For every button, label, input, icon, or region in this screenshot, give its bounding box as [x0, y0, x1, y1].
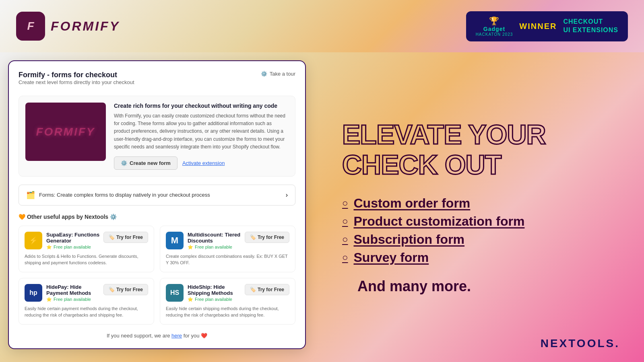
- create-new-form-button[interactable]: ⚙️ Create new form: [114, 156, 178, 170]
- hero-image: FORMIFY: [25, 103, 106, 161]
- hackaton-text: HACKATON 2023: [476, 32, 513, 37]
- app-item-top-2: M Multidiscount: Tiered Discounts ⭐Free …: [166, 232, 289, 250]
- hideship-free: ⭐Free plan available: [188, 297, 245, 302]
- hidepay-icon: hp: [25, 284, 42, 302]
- multidiscount-name: Multidiscount: Tiered Discounts: [188, 232, 245, 244]
- feature-1[interactable]: Custom order form: [342, 196, 620, 211]
- feature-2[interactable]: Product customization form: [342, 214, 620, 229]
- forms-banner-left: 🗂️ Forms: Create complex forms to displa…: [26, 191, 210, 200]
- forms-banner-text: Forms: Create complex forms to display n…: [39, 192, 210, 198]
- feature-3[interactable]: Subscription form: [342, 232, 620, 247]
- feature-4[interactable]: Survey form: [342, 250, 620, 265]
- checkout-text: CHECKOUTUI EXTENSIONS: [563, 18, 618, 35]
- take-tour-button[interactable]: ⚙️ Take a tour: [261, 71, 295, 77]
- apps-grid: ⚡ SupaEasy: Functions Generator ⭐Free pl…: [19, 226, 295, 325]
- support-text: If you need support, we are here for you…: [19, 333, 295, 339]
- supaeasy-name: SupaEasy: Functions Generator: [46, 232, 103, 244]
- app-item-top-1: ⚡ SupaEasy: Functions Generator ⭐Free pl…: [25, 232, 148, 250]
- app-item-header-3: hp HidePay: Hide Payment Methods ⭐Free p…: [25, 284, 103, 302]
- activate-extension-button[interactable]: Activate extension: [182, 160, 225, 166]
- supaeasy-try-button[interactable]: 🏷️Try for Free: [103, 232, 148, 243]
- main-content: Formify - forms for checkout Create next…: [0, 52, 644, 362]
- hero-section: FORMIFY Create rich forms for your check…: [19, 96, 295, 177]
- logo-area: F FORMIFY: [16, 12, 120, 41]
- nextools-brand: NEXTOOLS.: [541, 337, 620, 350]
- hidepay-try-button[interactable]: 🏷️Try for Free: [103, 284, 148, 295]
- forms-banner-chevron: ›: [286, 191, 288, 199]
- gadget-title: Gadget: [483, 26, 505, 32]
- title-line2: CHECK OUT: [342, 150, 620, 180]
- elevate-title: ELEVATE YOUR CHECK OUT: [342, 119, 620, 180]
- create-icon: ⚙️: [121, 160, 127, 166]
- app-item-hideship: HS HideShip: Hide Shipping Methods ⭐Free…: [160, 278, 295, 325]
- card-subtitle: Create next level forms directly into yo…: [19, 79, 134, 85]
- hero-heading: Create rich forms for your checkout with…: [114, 103, 289, 109]
- multidiscount-desc: Create complex discount combinations eas…: [166, 253, 289, 266]
- app-item-hidepay: hp HidePay: Hide Payment Methods ⭐Free p…: [19, 278, 154, 325]
- app-item-header-2: M Multidiscount: Tiered Discounts ⭐Free …: [166, 232, 245, 250]
- multidiscount-icon: M: [166, 232, 184, 249]
- supaeasy-desc: Adiós to Scripts & Hello to Functions. G…: [25, 253, 148, 266]
- formify-logo-text: FORMIFY: [51, 19, 120, 34]
- gadget-icon: 🏆: [489, 16, 499, 26]
- hideship-try-button[interactable]: 🏷️Try for Free: [245, 284, 289, 295]
- title-line1: ELEVATE YOUR: [342, 119, 620, 150]
- app-item-multidiscount: M Multidiscount: Tiered Discounts ⭐Free …: [160, 226, 295, 272]
- tour-icon: ⚙️: [261, 71, 267, 77]
- supaeasy-info: SupaEasy: Functions Generator ⭐Free plan…: [46, 232, 103, 250]
- multidiscount-free: ⭐Free plan available: [188, 245, 245, 250]
- hero-content: Create rich forms for your checkout with…: [114, 103, 289, 170]
- hidepay-name: HidePay: Hide Payment Methods: [46, 284, 103, 296]
- app-item-header-1: ⚡ SupaEasy: Functions Generator ⭐Free pl…: [25, 232, 103, 250]
- app-item-supaeasy: ⚡ SupaEasy: Functions Generator ⭐Free pl…: [19, 226, 154, 272]
- hideship-name: HideShip: Hide Shipping Methods: [188, 284, 245, 296]
- and-more-text: And many more.: [357, 278, 620, 295]
- card-title: Formify - forms for checkout: [19, 71, 134, 79]
- app-item-top-4: HS HideShip: Hide Shipping Methods ⭐Free…: [166, 284, 289, 302]
- hero-logo-text: FORMIFY: [36, 125, 95, 138]
- features-list: Custom order form Product customization …: [342, 196, 620, 268]
- formify-logo-icon: F: [16, 12, 45, 41]
- winner-badge: 🏆 Gadget HACKATON 2023 WINNER CHECKOUTUI…: [466, 11, 628, 41]
- multidiscount-info: Multidiscount: Tiered Discounts ⭐Free pl…: [188, 232, 245, 250]
- gadget-section: 🏆 Gadget HACKATON 2023: [476, 16, 513, 37]
- card-title-area: Formify - forms for checkout Create next…: [19, 71, 134, 93]
- hidepay-desc: Easily hide certain payment methods duri…: [25, 305, 148, 319]
- hero-actions: ⚙️ Create new form Activate extension: [114, 156, 289, 170]
- top-header: F FORMIFY 🏆 Gadget HACKATON 2023 WINNER …: [0, 0, 644, 52]
- supaeasy-icon: ⚡: [25, 232, 42, 249]
- app-item-top-3: hp HidePay: Hide Payment Methods ⭐Free p…: [25, 284, 148, 302]
- winner-text: WINNER: [519, 22, 557, 31]
- supaeasy-free: ⭐Free plan available: [46, 245, 103, 250]
- hero-description: With Formify, you can easily create cust…: [114, 112, 289, 151]
- app-item-header-4: HS HideShip: Hide Shipping Methods ⭐Free…: [166, 284, 245, 302]
- card-header: Formify - forms for checkout Create next…: [19, 71, 295, 93]
- hidepay-free: ⭐Free plan available: [46, 297, 103, 302]
- hideship-icon: HS: [166, 284, 184, 302]
- forms-icon: 🗂️: [26, 191, 35, 200]
- forms-banner[interactable]: 🗂️ Forms: Create complex forms to displa…: [19, 185, 295, 206]
- support-link[interactable]: here: [171, 333, 182, 339]
- hideship-info: HideShip: Hide Shipping Methods ⭐Free pl…: [188, 284, 245, 302]
- hideship-desc: Easily hide certain shipping methods dur…: [166, 305, 289, 319]
- other-apps-title: 🧡 Other useful apps by Nextools ⚙️: [19, 214, 295, 220]
- app-card: Formify - forms for checkout Create next…: [8, 60, 306, 349]
- left-panel: Formify - forms for checkout Create next…: [0, 52, 318, 362]
- multidiscount-try-button[interactable]: 🏷️Try for Free: [245, 232, 289, 243]
- right-panel: ELEVATE YOUR CHECK OUT Custom order form…: [318, 52, 644, 362]
- hidepay-info: HidePay: Hide Payment Methods ⭐Free plan…: [46, 284, 103, 302]
